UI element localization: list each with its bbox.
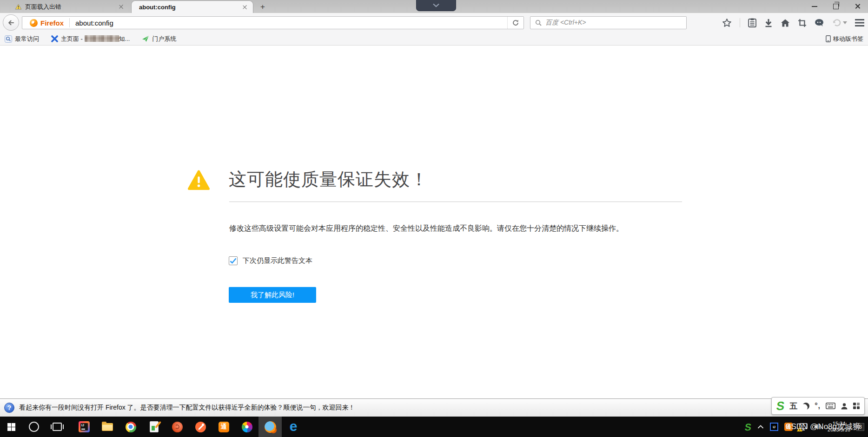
file-explorer-icon — [102, 423, 113, 431]
taskbar-text-editor[interactable] — [142, 417, 166, 437]
window-controls — [804, 0, 868, 13]
taskbar-tong-app[interactable]: 通 — [212, 417, 235, 437]
about-config-warning-page: 这可能使质量保证失效！ 修改这些高级设置可能会对本应用程序的稳定性、安全性以及性… — [0, 46, 868, 398]
bookmark-label: 主页面 - 知... — [61, 35, 130, 43]
close-button[interactable] — [847, 0, 868, 13]
taskbar-firefox-active[interactable] — [258, 417, 282, 437]
ime-punctuation-button[interactable]: °, — [815, 402, 821, 410]
chevron-down-icon — [432, 3, 440, 7]
mobile-bookmarks[interactable]: 移动版书签 — [826, 35, 863, 43]
minimize-button[interactable] — [804, 0, 825, 13]
bookmark-portal-system[interactable]: 门户系统 — [142, 35, 176, 43]
ime-fullwidth-moon-icon[interactable] — [802, 403, 809, 410]
taskbar-edge[interactable]: e — [282, 417, 305, 437]
bookmarks-bar: 最常访问 主页面 - 知... 门户系统 移动版书签 — [0, 33, 868, 46]
tray-intellij-icon[interactable]: IJ — [770, 423, 778, 431]
ime-profile-button[interactable] — [841, 403, 848, 410]
tab-page-load-error[interactable]: 页面载入出错 — [11, 0, 128, 13]
undo-button[interactable] — [832, 19, 841, 27]
firefox-logo-icon — [30, 19, 38, 27]
reload-button[interactable] — [507, 17, 523, 29]
tab-close-icon[interactable] — [117, 3, 125, 11]
ime-toolbox-grid-icon[interactable] — [853, 403, 860, 409]
snail-shell-icon — [172, 422, 183, 432]
tray-sogou-icon[interactable]: S — [744, 422, 752, 432]
taskbar-pinwheel-app[interactable] — [235, 417, 258, 437]
tray-clock[interactable]: 15:34 2023/5/10 — [828, 421, 850, 433]
portal-favicon — [142, 35, 149, 42]
checkbox-label: 下次仍显示此警告文本 — [243, 256, 312, 265]
mobile-bookmarks-label: 移动版书签 — [833, 35, 863, 43]
action-center-badge[interactable]: 3 — [856, 423, 864, 431]
accept-risk-button[interactable]: 我了解此风险! — [229, 287, 316, 303]
bookmark-label: 门户系统 — [152, 35, 176, 43]
search-icon — [535, 20, 542, 26]
windows-taskbar: IJ 通 e S IJ 通 15:34 2023/5/10 3 CSDN @No… — [0, 417, 868, 437]
screenshot-crop-button[interactable] — [798, 19, 807, 27]
bookmark-star-button[interactable] — [722, 18, 732, 27]
navigation-toolbar: Firefox about:config 百度 <Ctrl+K> — [0, 13, 868, 33]
bookmark-most-visited[interactable]: 最常访问 — [5, 35, 39, 43]
url-bar[interactable]: Firefox about:config — [22, 16, 524, 29]
tray-volume-icon[interactable] — [814, 424, 822, 430]
tab-about-config[interactable]: about:config — [131, 0, 253, 13]
task-view-icon — [53, 423, 62, 431]
downloads-button[interactable] — [764, 19, 773, 27]
url-text[interactable]: about:config — [75, 19, 113, 27]
reload-icon — [512, 19, 519, 26]
taskbar-intellij[interactable]: IJ — [73, 417, 96, 437]
taskbar-chrome[interactable] — [119, 417, 142, 437]
back-arrow-icon — [7, 19, 15, 26]
tong-app-icon: 通 — [219, 422, 229, 432]
bookmark-label: 最常访问 — [15, 35, 39, 43]
tray-network-icon[interactable] — [799, 423, 808, 430]
bookmark-homepage[interactable]: 主页面 - 知... — [51, 35, 130, 43]
postman-icon — [195, 422, 206, 432]
tab-label: about:config — [139, 4, 176, 11]
checkbox-checked[interactable] — [229, 256, 238, 265]
search-bar[interactable]: 百度 <Ctrl+K> — [530, 16, 687, 29]
tab-label: 页面载入出错 — [25, 3, 61, 11]
tray-show-hidden-chevron[interactable] — [757, 425, 764, 429]
sogou-logo-icon[interactable]: S — [775, 400, 785, 412]
tab-warning-icon — [15, 4, 22, 10]
screen-overlay-dropdown[interactable] — [416, 0, 456, 11]
text-editor-icon — [150, 421, 159, 432]
cortana-button[interactable] — [22, 417, 46, 437]
restore-button[interactable] — [825, 0, 847, 13]
start-button[interactable] — [0, 417, 22, 437]
sogou-ime-toolbar: S 五 °, — [771, 397, 865, 415]
tray-tong-icon[interactable]: 通 — [784, 423, 793, 431]
bookmarks-menu-button[interactable] — [748, 18, 756, 27]
show-warning-checkbox-row[interactable]: 下次仍显示此警告文本 — [229, 256, 312, 265]
tab-close-icon[interactable] — [241, 3, 248, 11]
most-visited-icon — [5, 35, 12, 43]
chevron-down-icon[interactable] — [843, 21, 847, 24]
phone-icon — [826, 35, 831, 42]
heading-divider — [229, 202, 682, 202]
tray-date: 2023/5/10 — [828, 427, 850, 432]
chat-addon-button[interactable] — [815, 19, 824, 27]
taskbar-snail-app[interactable] — [166, 417, 189, 437]
checkmark-icon — [230, 258, 237, 264]
warning-description: 修改这些高级设置可能会对本应用程序的稳定性、安全性以及性能造成不良影响。请仅在您… — [229, 222, 684, 235]
tray-time: 15:34 — [833, 421, 846, 426]
firefox-icon — [265, 421, 276, 433]
question-icon: ? — [4, 403, 14, 413]
menu-hamburger-button[interactable] — [855, 19, 864, 26]
taskbar-postman[interactable] — [189, 417, 212, 437]
network-warning-badge — [797, 427, 802, 431]
task-view-button[interactable] — [46, 417, 69, 437]
ime-soft-keyboard-button[interactable] — [826, 403, 835, 409]
warning-triangle-icon — [188, 170, 210, 190]
taskbar-file-explorer[interactable] — [96, 417, 119, 437]
back-button[interactable] — [3, 14, 19, 31]
home-button[interactable] — [781, 19, 790, 27]
homepage-favicon — [51, 35, 58, 42]
pinwheel-icon — [242, 422, 252, 432]
new-tab-button[interactable]: + — [257, 2, 268, 12]
ime-wubi-mode-button[interactable]: 五 — [789, 401, 797, 411]
page-title: 这可能使质量保证失效！ — [229, 168, 428, 191]
censored-text-block — [85, 35, 119, 42]
search-placeholder: 百度 <Ctrl+K> — [545, 19, 586, 27]
